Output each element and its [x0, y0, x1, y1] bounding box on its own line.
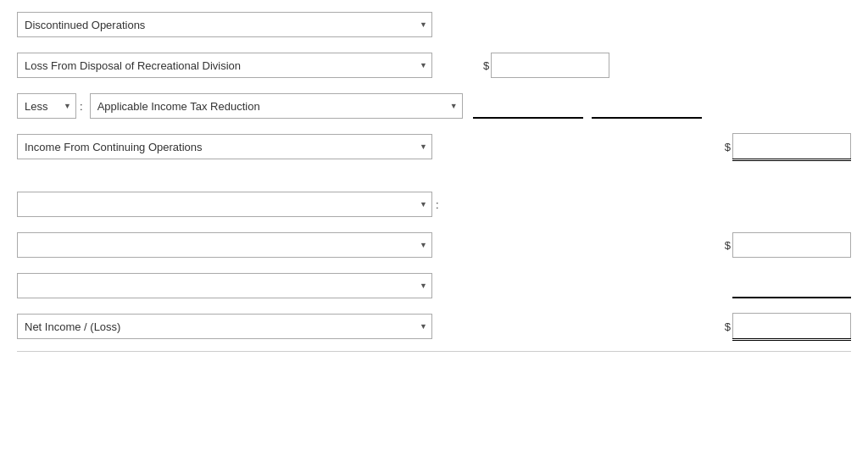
loss-from-disposal-select[interactable]: Loss From Disposal of Recreational Divis…: [17, 53, 432, 78]
discontinued-operations-row: Discontinued Operations: [17, 8, 851, 41]
bottom-divider: [17, 351, 851, 352]
income-continuing-dollar: $: [725, 141, 731, 153]
net-income-value-area: $: [555, 313, 851, 341]
income-continuing-input[interactable]: [732, 133, 851, 159]
income-continuing-select[interactable]: Income From Continuing Operations: [17, 134, 432, 159]
net-income-select[interactable]: Net Income / (Loss): [17, 314, 432, 339]
blank-underline-select[interactable]: [17, 273, 432, 298]
blank-underline-select-wrapper[interactable]: [17, 273, 432, 298]
discontinued-operations-select[interactable]: Discontinued Operations: [17, 12, 432, 37]
less-separator: :: [80, 100, 83, 113]
less-prefix-select-wrapper[interactable]: Less: [17, 93, 76, 119]
less-prefix-select[interactable]: Less: [17, 93, 76, 119]
blank-colon-row: :: [17, 188, 851, 220]
net-income-double-underline: [732, 313, 851, 341]
net-income-dollar: $: [725, 320, 731, 333]
net-income-input[interactable]: [732, 313, 851, 338]
blank-dollar-value-area: $: [555, 232, 851, 258]
blank-underline-row: [17, 270, 851, 302]
blank-underline-value-area: [548, 273, 851, 298]
applicable-tax-select-wrapper[interactable]: Applicable Income Tax Reduction: [90, 93, 463, 119]
blank-colon-select[interactable]: [17, 192, 432, 217]
income-continuing-row: Income From Continuing Operations $: [17, 131, 851, 163]
less-input2[interactable]: [592, 93, 702, 119]
blank-dollar-sign: $: [725, 239, 731, 252]
loss-from-disposal-select-wrapper[interactable]: Loss From Disposal of Recreational Divis…: [17, 53, 432, 78]
blank-dollar-row: $: [17, 229, 851, 261]
net-income-row: Net Income / (Loss) $: [17, 310, 851, 342]
blank-colon-separator: :: [436, 198, 439, 211]
loss-from-disposal-row: Loss From Disposal of Recreational Divis…: [17, 49, 851, 81]
blank-colon-select-wrapper[interactable]: [17, 192, 432, 217]
blank-underline-input[interactable]: [732, 273, 851, 298]
net-income-select-wrapper[interactable]: Net Income / (Loss): [17, 314, 432, 339]
discontinued-operations-select-wrapper[interactable]: Discontinued Operations: [17, 12, 432, 37]
less-row: Less : Applicable Income Tax Reduction: [17, 90, 851, 122]
income-continuing-double-underline: [732, 133, 851, 161]
blank-dollar-select-wrapper[interactable]: [17, 232, 432, 258]
blank-dollar-select[interactable]: [17, 232, 432, 258]
loss-from-disposal-dollar: $: [483, 59, 489, 72]
blank-dollar-input[interactable]: [732, 232, 851, 258]
income-continuing-value-area: $: [555, 133, 851, 161]
applicable-tax-select[interactable]: Applicable Income Tax Reduction: [90, 93, 463, 119]
less-inputs: [473, 93, 702, 119]
less-input1[interactable]: [473, 93, 583, 119]
income-continuing-select-wrapper[interactable]: Income From Continuing Operations: [17, 134, 432, 159]
loss-from-disposal-input[interactable]: [491, 53, 609, 78]
loss-from-disposal-value-area: $: [483, 53, 609, 78]
